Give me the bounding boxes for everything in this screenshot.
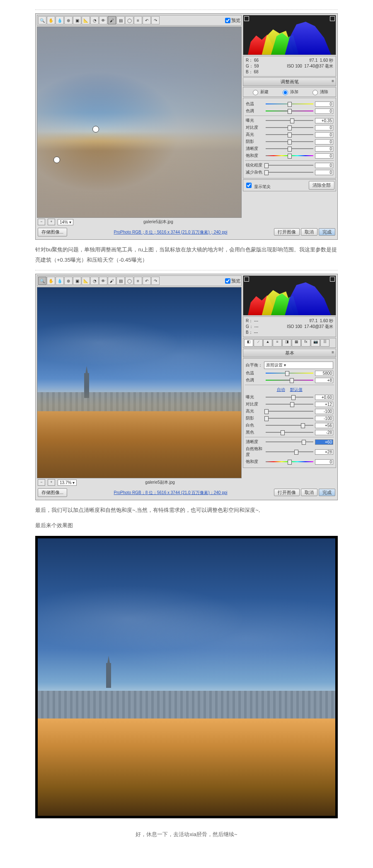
image-canvas[interactable]	[37, 27, 242, 218]
clear-all-button[interactable]: 清除全部	[309, 181, 334, 190]
slider-value[interactable]: 0	[315, 170, 333, 175]
tab-detail[interactable]: ▲	[263, 339, 272, 347]
slider-track[interactable]	[266, 450, 313, 454]
slider-track[interactable]	[266, 133, 313, 137]
rotate-ccw-icon[interactable]: ↶	[143, 16, 151, 24]
done-button[interactable]: 完成	[319, 228, 335, 236]
done-button[interactable]: 完成	[319, 489, 335, 496]
image-canvas[interactable]	[37, 287, 242, 478]
straighten-icon[interactable]: 📐	[82, 277, 90, 285]
panel-menu-icon[interactable]: ≡	[332, 79, 334, 83]
straighten-icon[interactable]: 📐	[82, 16, 90, 24]
preview-checkbox[interactable]: 预览	[225, 17, 240, 24]
panel-menu-icon[interactable]: ≡	[332, 350, 334, 354]
brush-icon[interactable]: 🖌	[108, 277, 116, 285]
gradient-icon[interactable]: ▤	[116, 16, 125, 24]
slider-track[interactable]	[266, 154, 313, 158]
wb-select[interactable]: 原照设置 ▾	[264, 362, 333, 369]
profile-link[interactable]: ProPhoto RGB；8 位；5616 x 3744 (21.0 百万像素)…	[114, 490, 228, 496]
slider-track[interactable]	[266, 423, 313, 427]
slider-value[interactable]: 0	[315, 153, 333, 159]
slider-track[interactable]	[266, 109, 313, 113]
zoom-tool-icon[interactable]: 🔍	[38, 16, 46, 24]
prefs-icon[interactable]: ≡	[134, 277, 142, 285]
slider-value[interactable]: 0	[315, 163, 333, 168]
hand-tool-icon[interactable]: ✋	[47, 16, 55, 24]
rotate-ccw-icon[interactable]: ↶	[143, 277, 151, 285]
auto-link[interactable]: 自动	[277, 387, 285, 393]
slider-track[interactable]	[266, 125, 313, 130]
tab-preset[interactable]: ☰	[320, 339, 329, 347]
slider-track[interactable]	[266, 402, 313, 406]
slider-value[interactable]: 0	[315, 125, 333, 130]
slider-track[interactable]	[266, 440, 313, 444]
slider-value[interactable]: 5800	[315, 371, 333, 376]
tab-lens[interactable]: ▦	[292, 339, 301, 347]
slider-track[interactable]	[266, 430, 313, 434]
rotate-cw-icon[interactable]: ↷	[151, 277, 160, 285]
spot-icon[interactable]: ◔	[90, 16, 99, 24]
zoom-in-button[interactable]: +	[48, 219, 55, 225]
slider-track[interactable]	[266, 170, 313, 174]
tab-camera[interactable]: 📷	[311, 339, 320, 347]
redeye-icon[interactable]: 👁	[99, 16, 107, 24]
slider-value[interactable]: 0	[315, 108, 333, 114]
slider-track[interactable]	[266, 140, 313, 144]
tab-curve[interactable]: ⟋	[254, 339, 263, 347]
slider-track[interactable]	[266, 378, 313, 382]
slider-track[interactable]	[266, 395, 313, 399]
zoom-value[interactable]: 13.7% ▾	[58, 480, 77, 486]
open-image-button[interactable]: 打开图像	[274, 489, 300, 496]
slider-value[interactable]: +0.60	[315, 395, 333, 400]
rotate-cw-icon[interactable]: ↷	[151, 16, 160, 24]
prefs-icon[interactable]: ≡	[134, 16, 142, 24]
spot-icon[interactable]: ◔	[90, 277, 99, 285]
crop-icon[interactable]: ▣	[73, 16, 81, 24]
tab-split[interactable]: ◨	[282, 339, 291, 347]
sampler-icon[interactable]: ⊕	[64, 277, 73, 285]
slider-value[interactable]: 0	[315, 139, 333, 145]
save-image-button[interactable]: 存储图像...	[38, 488, 67, 497]
slider-value[interactable]: 0	[315, 101, 333, 107]
slider-value[interactable]: 0	[315, 132, 333, 137]
slider-track[interactable]	[266, 460, 313, 464]
slider-value[interactable]: 0	[315, 459, 333, 465]
profile-link[interactable]: ProPhoto RGB；8 位；5616 x 3744 (21.0 百万像素)…	[114, 229, 228, 235]
default-link[interactable]: 默认值	[290, 387, 303, 393]
open-image-button[interactable]: 打开图像	[274, 228, 300, 236]
redeye-icon[interactable]: 👁	[99, 277, 107, 285]
tab-fx[interactable]: fx	[301, 339, 310, 347]
slider-track[interactable]	[266, 163, 313, 167]
zoom-tool-icon[interactable]: 🔍	[38, 277, 46, 285]
slider-track[interactable]	[266, 371, 313, 375]
show-needle-checkbox[interactable]: 显示笔尖	[245, 181, 271, 190]
slider-value[interactable]: -28	[315, 430, 333, 435]
cancel-button[interactable]: 取消	[301, 228, 317, 236]
save-image-button[interactable]: 存储图像...	[38, 228, 67, 236]
slider-track[interactable]	[266, 409, 313, 413]
preview-checkbox[interactable]: 预览	[225, 278, 240, 284]
slider-track[interactable]	[266, 416, 313, 420]
adjustment-pin[interactable]	[92, 126, 99, 133]
tab-basic[interactable]: ◧	[244, 339, 253, 347]
slider-track[interactable]	[266, 102, 313, 106]
zoom-in-button[interactable]: +	[48, 479, 55, 486]
cancel-button[interactable]: 取消	[301, 489, 317, 496]
gradient-icon[interactable]: ▤	[116, 277, 125, 285]
hand-tool-icon[interactable]: ✋	[47, 277, 55, 285]
slider-track[interactable]	[266, 118, 313, 123]
slider-value[interactable]: -100	[315, 409, 333, 414]
sampler-icon[interactable]: ⊕	[64, 16, 73, 24]
tab-hsl[interactable]: ≡	[273, 339, 282, 347]
slider-value[interactable]: +8	[315, 378, 333, 383]
zoom-out-button[interactable]: −	[38, 479, 45, 486]
eyedropper-icon[interactable]: 💧	[56, 16, 64, 24]
radial-icon[interactable]: ◯	[125, 16, 133, 24]
slider-track[interactable]	[266, 147, 313, 151]
slider-value[interactable]: +12	[315, 402, 333, 407]
slider-value[interactable]: 0	[315, 146, 333, 152]
slider-value[interactable]: +0.35	[315, 118, 333, 123]
crop-icon[interactable]: ▣	[73, 277, 81, 285]
slider-value[interactable]: -100	[315, 416, 333, 421]
eyedropper-icon[interactable]: 💧	[56, 277, 64, 285]
